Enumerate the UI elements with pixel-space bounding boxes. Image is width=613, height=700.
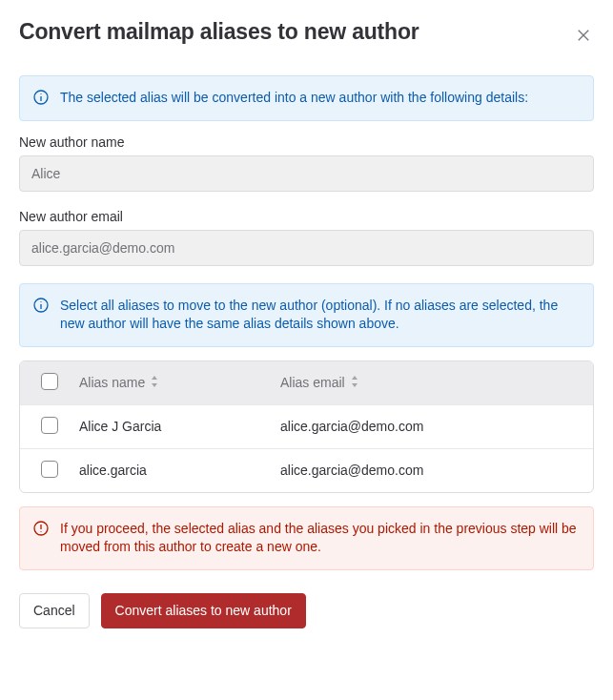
alias-email-header-label: Alias email	[280, 375, 345, 390]
warning-alert-text: If you proceed, the selected alias and t…	[60, 520, 580, 557]
info-alert-text: Select all aliases to move to the new au…	[60, 297, 580, 334]
info-alert-details: The selected alias will be converted int…	[19, 75, 594, 121]
dialog-footer: Cancel Convert aliases to new author	[19, 593, 594, 628]
cancel-button[interactable]: Cancel	[19, 593, 90, 628]
alias-email-header[interactable]: Alias email	[271, 361, 593, 405]
table-row: alice.garcia alice.garcia@demo.com	[20, 448, 593, 492]
row-checkbox[interactable]	[41, 417, 58, 434]
info-icon	[33, 90, 49, 105]
sort-icon	[350, 375, 359, 390]
dialog-title: Convert mailmap aliases to new author	[19, 19, 419, 45]
author-name-group: New author name	[19, 134, 594, 192]
svg-point-8	[40, 531, 41, 532]
select-all-checkbox[interactable]	[41, 373, 58, 390]
warning-alert: If you proceed, the selected alias and t…	[19, 506, 594, 570]
dialog-header: Convert mailmap aliases to new author	[19, 19, 594, 49]
close-icon	[577, 31, 590, 45]
table-row: Alice J Garcia alice.garcia@demo.com	[20, 404, 593, 448]
alias-email-cell: alice.garcia@demo.com	[271, 404, 593, 448]
author-name-label: New author name	[19, 134, 594, 150]
author-email-label: New author email	[19, 209, 594, 224]
info-alert-select: Select all aliases to move to the new au…	[19, 283, 594, 347]
author-name-input[interactable]	[19, 155, 594, 192]
author-email-group: New author email	[19, 209, 594, 266]
author-email-input[interactable]	[19, 230, 594, 266]
confirm-button[interactable]: Convert aliases to new author	[101, 593, 306, 628]
alias-name-cell: Alice J Garcia	[70, 404, 271, 448]
row-checkbox[interactable]	[41, 461, 58, 478]
svg-point-2	[40, 93, 41, 94]
alias-name-header-label: Alias name	[79, 375, 145, 390]
svg-point-5	[40, 300, 41, 301]
info-icon	[33, 298, 49, 313]
info-alert-text: The selected alias will be converted int…	[60, 89, 528, 108]
close-button[interactable]	[573, 25, 594, 49]
alias-name-cell: alice.garcia	[70, 448, 271, 492]
sort-icon	[150, 375, 159, 390]
warning-icon	[33, 521, 49, 536]
alias-email-cell: alice.garcia@demo.com	[271, 448, 593, 492]
alias-name-header[interactable]: Alias name	[70, 361, 271, 405]
alias-table: Alias name Alias email	[19, 360, 594, 493]
